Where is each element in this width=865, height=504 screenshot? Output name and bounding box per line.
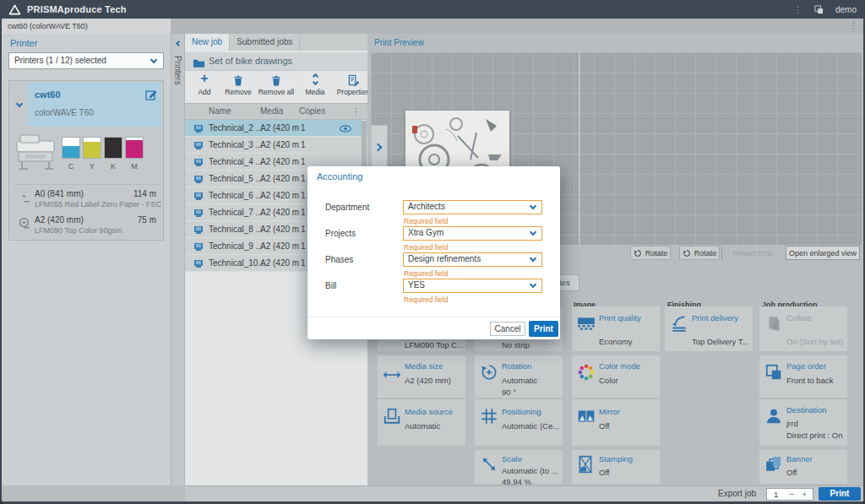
column-media[interactable]: Media [260, 106, 283, 116]
media-roll-icon [18, 217, 30, 233]
chevron-down-icon [530, 229, 536, 236]
chevron-down-icon [530, 281, 536, 288]
drawing-file-icon [193, 258, 204, 269]
edit-printer-icon[interactable] [145, 89, 157, 100]
export-job-button[interactable]: Export job [718, 489, 756, 498]
rotate-right-button[interactable]: Rotate [679, 246, 720, 260]
collapse-chevron-icon[interactable] [16, 100, 23, 107]
remove-button[interactable]: Remove [219, 73, 258, 96]
tabbar-menu-icon[interactable]: ⋮ [849, 21, 858, 30]
rotate-icon [683, 249, 691, 257]
open-enlarged-view-button[interactable]: Open enlarged view [786, 246, 860, 260]
chevron-down-icon [530, 255, 536, 262]
table-options-icon[interactable]: ⋮ [351, 107, 361, 117]
column-name[interactable]: Name [209, 106, 231, 116]
table-header: Name Media Copies ⋮ [185, 103, 367, 120]
tile-banner[interactable]: Banner Off [759, 450, 847, 484]
ink-level-yellow [83, 137, 101, 159]
print-delivery-icon [670, 314, 688, 333]
ink-label: K [103, 162, 123, 171]
ink-label: M [124, 162, 144, 171]
tile-destination[interactable]: Destination jrrd Direct print : On [759, 399, 847, 446]
remove-all-button[interactable]: Remove all [257, 73, 296, 96]
tile-media-source[interactable]: Media source Automatic [378, 399, 465, 446]
document-edit-icon [334, 73, 367, 86]
tile-media-size[interactable]: Media size A2 (420 mm) [378, 355, 465, 398]
accounting-dialog: Accounting Department Architects Require… [307, 166, 560, 339]
printer-sidebar: Printer Printers (1 / 12) selected cwt60… [2, 34, 171, 485]
user-name[interactable]: demo [835, 5, 857, 14]
drawing-file-icon [193, 140, 204, 151]
rotate-icon [634, 249, 642, 257]
expand-preview-button[interactable] [371, 125, 388, 169]
jobs-toolbar: + Add Remove Remove all Medi [185, 73, 367, 103]
decrease-copies-button[interactable]: − [789, 490, 794, 499]
topbar-menu-icon[interactable]: ⋮ [793, 5, 802, 14]
printers-collapse-strip: Printers [171, 34, 185, 485]
dialog-print-button[interactable]: Print [529, 321, 558, 337]
trash-icon [219, 73, 258, 86]
app-window: PRISMAproduce Tech ⋮ demo cwt60 (colorWA… [0, 0, 865, 504]
select-projects[interactable]: Xtra Gym [403, 226, 542, 241]
ink-level-cyan [62, 137, 80, 159]
destination-person-icon [764, 407, 783, 425]
select-department[interactable]: Architects [403, 200, 542, 214]
ink-label: C [61, 162, 81, 171]
required-hint: Required field [404, 217, 448, 225]
dialog-title: Accounting [317, 171, 362, 182]
footer-bar: Export job 1 − + Print [185, 485, 865, 501]
print-quality-icon [577, 314, 596, 333]
app-title: PRISMAproduce Tech [27, 4, 127, 14]
drawing-file-icon [193, 174, 204, 185]
tile-scale[interactable]: Scale Automatic (to ... 49.94 % [475, 450, 563, 484]
stamping-icon [577, 455, 596, 474]
tile-mirror[interactable]: Mirror Off [572, 399, 660, 446]
media-roll-description: LFM090 Top Color 90gsm [35, 226, 122, 235]
print-job-button[interactable]: Print [819, 487, 861, 501]
copies-value: 1 [774, 490, 778, 499]
copies-stepper[interactable]: 1 − + [766, 488, 813, 501]
tile-print-delivery[interactable]: Print delivery Top Delivery T... [665, 306, 753, 351]
tile-page-order[interactable]: Page order Front to back [759, 355, 847, 398]
printers-strip-label: Printers [173, 56, 182, 84]
page-order-icon [764, 363, 783, 382]
toolbar-separator [721, 247, 722, 260]
select-bill[interactable]: YES [403, 279, 542, 293]
revert-crop-button[interactable]: Revert crop [728, 246, 777, 260]
table-row[interactable]: Technical_3 ... A2 (420 m 1 [185, 137, 367, 154]
window-tab[interactable]: cwt60 (colorWAVE T60) [2, 19, 171, 34]
tab-submitted-jobs[interactable]: Submitted jobs [230, 34, 300, 51]
tile-stamping[interactable]: Stamping Off [572, 450, 660, 484]
media-button[interactable]: Media [296, 73, 335, 96]
select-phases[interactable]: Design refinements [403, 252, 542, 267]
drawing-file-icon [193, 123, 204, 134]
tile-collate[interactable]: Collate On (Sort by set) [759, 306, 847, 351]
printer-selector[interactable]: Printers (1 / 12) selected [8, 52, 164, 69]
mirror-icon [577, 407, 596, 425]
tile-print-quality[interactable]: Print quality Economy [572, 306, 660, 351]
ink-label: Y [82, 162, 102, 171]
eye-icon[interactable] [340, 125, 351, 134]
field-label-projects: Projects [325, 226, 356, 241]
job-title-row[interactable]: Set of bike drawings [185, 52, 367, 71]
required-hint: Required field [404, 243, 448, 252]
trash-icon [257, 73, 296, 86]
ink-level-magenta [125, 137, 144, 159]
banner-icon [764, 455, 783, 474]
cancel-button[interactable]: Cancel [490, 322, 525, 336]
chevron-right-icon [374, 144, 383, 152]
tile-rotation[interactable]: Rotation Automatic 90 ° [475, 355, 563, 398]
printer-card[interactable]: cwt60 colorWAVE T60 C Y K M [8, 80, 164, 241]
window-tab-bar: cwt60 (colorWAVE T60) ⋮ [2, 19, 863, 34]
tab-new-job[interactable]: New job [185, 34, 230, 51]
media-roll-remaining: 114 m [133, 189, 156, 198]
properties-button[interactable]: Properties [334, 73, 367, 96]
media-chevrons-icon [296, 73, 335, 86]
rotate-left-button[interactable]: Rotate [630, 246, 671, 260]
table-row[interactable]: Technical_2 ... A2 (420 m 1 [185, 120, 367, 137]
collapse-left-icon[interactable] [176, 41, 182, 46]
tile-positioning[interactable]: Positioning Automatic (Ce... [475, 399, 563, 446]
tile-color-mode[interactable]: Color mode Color [572, 355, 660, 398]
increase-copies-button[interactable]: + [802, 490, 807, 499]
column-copies[interactable]: Copies [299, 106, 325, 116]
